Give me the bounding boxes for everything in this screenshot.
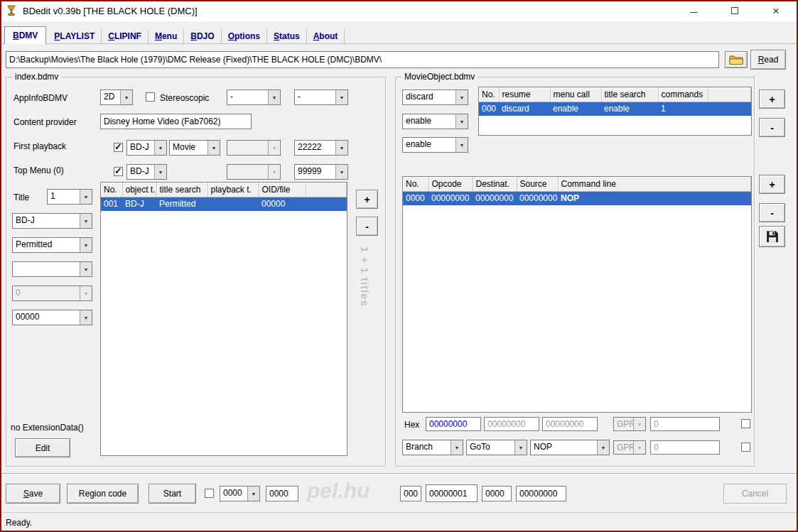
column-header[interactable]: Destinat. xyxy=(473,177,517,191)
stereoscopic-checkbox[interactable] xyxy=(146,92,155,102)
tab-status[interactable]: Status xyxy=(267,29,307,44)
plus-icon: + xyxy=(364,194,370,205)
first-playback-type-select[interactable]: BD-J▼ xyxy=(126,140,167,156)
tab-bdjo[interactable]: BDJO xyxy=(184,29,221,44)
selected-title-blank-select[interactable]: ▼ xyxy=(12,261,92,277)
close-button[interactable]: × xyxy=(755,0,797,21)
start-button[interactable]: Start xyxy=(149,484,196,504)
maximize-button[interactable] xyxy=(714,0,755,21)
column-header[interactable]: playback t. xyxy=(207,183,259,197)
cell-resume: discard xyxy=(499,102,550,116)
command-select[interactable]: NOP▼ xyxy=(530,440,610,455)
gpr-select-1: GPR▼ xyxy=(613,417,646,431)
title-label: Title xyxy=(14,192,29,203)
tab-options[interactable]: Options xyxy=(222,29,267,44)
hex-field-2[interactable] xyxy=(484,417,539,431)
chevron-down-icon: ▼ xyxy=(80,286,92,300)
top-menu-type-select[interactable]: BD-J▼ xyxy=(126,164,167,180)
cell-no: 000 xyxy=(479,102,499,116)
command-row[interactable]: 0000 00000000 00000000 00000000 NOP xyxy=(403,191,751,205)
footer-field-4[interactable] xyxy=(516,486,566,501)
column-header[interactable]: No. xyxy=(101,183,122,197)
titles-table-row[interactable]: 001 BD-J Permitted 00000 xyxy=(101,197,347,211)
chevron-down-icon: ▼ xyxy=(597,440,609,455)
column-header[interactable]: title search xyxy=(601,87,658,102)
cancel-button: Cancel xyxy=(723,484,787,504)
column-header[interactable]: Source xyxy=(517,177,558,191)
footer-field-2[interactable] xyxy=(426,484,478,502)
selected-title-search-select[interactable]: Permitted▼ xyxy=(12,237,92,253)
index-bdmv-group: index.bdmv AppInfoBDMV 2D▼ Stereoscopic … xyxy=(6,77,386,467)
minimize-button[interactable] xyxy=(673,0,714,21)
footer-field-1[interactable] xyxy=(400,486,421,501)
column-header[interactable]: Command line xyxy=(558,177,751,191)
hex-field-3[interactable] xyxy=(542,417,598,431)
cell-no: 001 xyxy=(101,197,122,211)
region-code-label: Region code xyxy=(79,489,126,499)
read-button[interactable]: Read xyxy=(750,50,786,70)
title-add-button[interactable]: + xyxy=(356,190,378,209)
region-code-button[interactable]: Region code xyxy=(67,484,139,504)
tab-bdmv[interactable]: BDMV xyxy=(4,26,46,44)
title-search-select[interactable]: enable▼ xyxy=(402,137,468,153)
footer-id-field[interactable] xyxy=(266,486,298,501)
column-header[interactable]: No. xyxy=(403,177,428,191)
appinfo-dimension-select[interactable]: 2D▼ xyxy=(100,89,133,105)
hex-field-1[interactable] xyxy=(426,417,481,431)
goto-select[interactable]: GoTo▼ xyxy=(466,440,527,455)
save-commands-button[interactable] xyxy=(759,226,785,247)
footer-field-3[interactable] xyxy=(482,486,512,501)
path-input[interactable] xyxy=(6,51,719,68)
column-header[interactable]: title search xyxy=(156,183,207,197)
column-header[interactable]: Opcode xyxy=(428,177,473,191)
tab-menu[interactable]: Menu xyxy=(149,29,184,44)
content-provider-input[interactable] xyxy=(100,114,252,129)
browse-folder-button[interactable] xyxy=(725,51,748,68)
column-header[interactable]: No. xyxy=(479,87,499,102)
gpr-checkbox-1[interactable] xyxy=(741,419,750,428)
command-add-button[interactable]: + xyxy=(759,175,785,194)
tab-clipinf[interactable]: CLIPINF xyxy=(102,29,149,44)
stereo-option-select-1[interactable]: -▼ xyxy=(227,89,281,105)
branch-select[interactable]: Branch▼ xyxy=(402,440,463,455)
cell-filler xyxy=(306,197,347,211)
top-menu-checkbox[interactable] xyxy=(114,167,123,176)
column-header-filler xyxy=(306,183,347,197)
top-menu-label: Top Menu (0) xyxy=(14,165,64,176)
column-header[interactable]: resume xyxy=(499,87,550,102)
gpr-value-1[interactable] xyxy=(650,417,720,431)
tab-playlist[interactable]: PLAYLIST xyxy=(48,29,102,44)
stereoscopic-label: Stereoscopic xyxy=(160,93,209,104)
tab-about[interactable]: About xyxy=(307,29,345,44)
title-number-select[interactable]: 1▼ xyxy=(47,189,92,205)
save-button[interactable]: Save xyxy=(6,484,60,504)
menu-call-select[interactable]: enable▼ xyxy=(402,114,468,129)
selected-title-oid-select[interactable]: 00000▼ xyxy=(12,310,92,325)
save-button-label: Save xyxy=(23,489,43,499)
column-header[interactable]: OID/file xyxy=(259,183,306,197)
title-remove-button[interactable]: - xyxy=(356,217,378,236)
movie-object-remove-button[interactable]: - xyxy=(759,118,785,137)
selected-title-type-select[interactable]: BD-J▼ xyxy=(12,213,92,229)
first-playback-checkbox[interactable] xyxy=(114,143,123,152)
first-playback-id-select[interactable]: 22222▼ xyxy=(294,140,348,156)
footer-id-select[interactable]: 0000▼ xyxy=(220,486,260,501)
column-header[interactable]: commands xyxy=(658,87,708,102)
movie-object-add-button[interactable]: + xyxy=(759,89,785,109)
edit-button[interactable]: Edit xyxy=(15,438,70,457)
column-header[interactable]: object t. xyxy=(122,183,156,197)
first-playback-object-select[interactable]: Movie▼ xyxy=(169,140,220,156)
tab-label: Options xyxy=(228,31,260,41)
minus-icon: - xyxy=(365,221,369,232)
gpr-value-2[interactable] xyxy=(650,440,720,455)
gpr-checkbox-2[interactable] xyxy=(741,443,750,452)
movie-object-row[interactable]: 000 discard enable enable 1 xyxy=(479,102,751,116)
command-remove-button[interactable]: - xyxy=(759,203,785,222)
resume-select[interactable]: discard▼ xyxy=(402,89,468,105)
chevron-down-icon: ▼ xyxy=(247,487,259,501)
footer-checkbox[interactable] xyxy=(205,489,214,498)
stereo-option-select-2[interactable]: -▼ xyxy=(294,89,348,105)
column-header[interactable]: menu call xyxy=(550,87,601,102)
status-text: Ready. xyxy=(6,518,32,528)
top-menu-id-select[interactable]: 99999▼ xyxy=(294,164,348,180)
